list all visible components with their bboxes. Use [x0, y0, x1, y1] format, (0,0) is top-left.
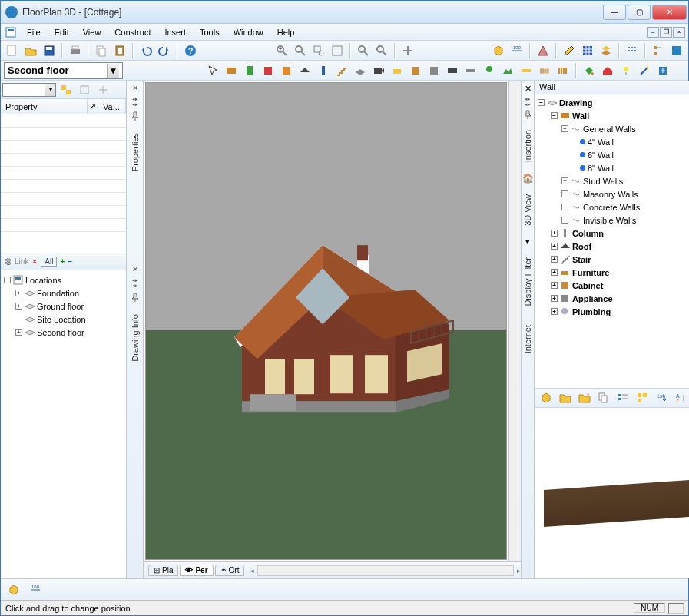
horizontal-scrollbar[interactable] [257, 565, 514, 576]
maximize-button[interactable]: ▢ [628, 5, 651, 20]
lib-icons-button[interactable] [634, 389, 651, 406]
mdi-close-button[interactable]: × [673, 27, 685, 38]
prop-tool-2-button[interactable] [76, 81, 93, 98]
close-tab-icon[interactable]: ✕ [525, 84, 532, 94]
mdi-restore-button[interactable]: ❐ [660, 27, 672, 38]
lib-folder-button[interactable] [557, 389, 574, 406]
paint-tool-button[interactable] [581, 62, 598, 79]
lib-stud-walls-node[interactable]: +Stud Walls [538, 174, 689, 187]
copy-button[interactable] [93, 42, 110, 59]
grid-button[interactable] [579, 42, 596, 59]
help-button[interactable]: ? [182, 42, 199, 59]
lib-furniture-node[interactable]: +Furniture [538, 266, 689, 279]
new-button[interactable] [4, 42, 21, 59]
collapse-icon[interactable]: − [4, 277, 11, 283]
location-foundation-node[interactable]: + Foundation [4, 286, 123, 300]
perspective-view-tab[interactable]: 👁Per [180, 565, 213, 576]
lib-wall-node[interactable]: − Wall [538, 109, 689, 122]
move-tab-icon[interactable]: ◂▸◂▸ [525, 97, 531, 107]
location-second-node[interactable]: + Second floor [4, 326, 123, 339]
pencil-button[interactable] [561, 42, 578, 59]
move-tab-icon[interactable]: ◂▸◂▸ [132, 278, 138, 288]
lib-cabinet-node[interactable]: +Cabinet [538, 279, 689, 292]
pin-icon[interactable] [131, 111, 140, 121]
lib-4-wall-node[interactable]: 4" Wall [538, 135, 689, 148]
lib-stair-node[interactable]: +Stair [538, 253, 689, 266]
opening-tool-button[interactable] [278, 62, 295, 79]
zoom-window-button[interactable] [310, 42, 327, 59]
locations-root-node[interactable]: − Locations [4, 273, 123, 286]
expand-icon[interactable]: + [15, 329, 22, 336]
pin-icon[interactable] [523, 110, 532, 119]
zoom-all-button[interactable] [373, 42, 390, 59]
remove-loc-button[interactable]: − [68, 257, 72, 266]
link-icon[interactable]: ⛓ [4, 257, 12, 266]
internet-tab[interactable]: Internet [522, 317, 534, 361]
fence2-tool-button[interactable] [555, 62, 571, 79]
menu-edit[interactable]: Edit [48, 26, 75, 38]
vertical-scrollbar[interactable] [508, 81, 521, 561]
3d-view-tab[interactable]: 3D View [522, 187, 534, 233]
furniture-tool-button[interactable] [389, 62, 406, 79]
roof-tool-button[interactable] [296, 62, 313, 79]
zoom-fit-button[interactable] [329, 42, 346, 59]
pin-icon[interactable] [131, 293, 140, 302]
save-button[interactable] [41, 42, 58, 59]
close-tab-icon[interactable]: ✕ [132, 265, 138, 273]
tree-view-button[interactable] [650, 42, 667, 59]
lib-appliance-node[interactable]: +Appliance [538, 292, 689, 305]
value-column-header[interactable]: Va... [98, 99, 126, 114]
property-grid[interactable] [1, 114, 126, 253]
lib-column-node[interactable]: +Column [538, 227, 689, 240]
location-ground-node[interactable]: + Ground floor [4, 300, 123, 313]
stair-tool-button[interactable] [333, 62, 350, 79]
terrain-tool-button[interactable] [499, 62, 516, 79]
add-loc-button[interactable]: + [60, 257, 65, 266]
menu-construct[interactable]: Construct [108, 26, 157, 38]
house-wizard-button[interactable] [599, 62, 616, 79]
cabinet-tool-button[interactable] [407, 62, 424, 79]
property-filter-combo[interactable]: ▾ [2, 83, 56, 97]
lib-masonry-walls-node[interactable]: +Masonry Walls [538, 187, 689, 200]
dim-button[interactable]: 100 [508, 42, 525, 59]
open-button[interactable] [22, 42, 39, 59]
undo-button[interactable] [137, 42, 154, 59]
light-tool-button[interactable] [618, 62, 634, 79]
lib-6-wall-node[interactable]: 6" Wall [538, 148, 689, 161]
close-button[interactable]: ✕ [652, 5, 687, 20]
lib-sort-az-button[interactable]: AZ [672, 389, 689, 406]
scroll-left-icon[interactable]: ◂ [250, 567, 254, 575]
wand-tool-button[interactable] [636, 62, 653, 79]
insertion-tab[interactable]: Insertion [522, 122, 534, 170]
minimize-button[interactable]: — [603, 5, 626, 20]
lib-cube-button[interactable] [538, 389, 555, 406]
snap-grid-button[interactable] [624, 42, 641, 59]
redo-button[interactable] [156, 42, 173, 59]
appliance-tool-button[interactable] [426, 62, 442, 79]
menu-insert[interactable]: Insert [158, 26, 192, 38]
pan-button[interactable] [399, 42, 416, 59]
3d-viewport[interactable] [145, 82, 507, 560]
prop-tool-3-button[interactable] [94, 81, 111, 98]
text-tool-button[interactable] [444, 62, 461, 79]
select-tool-button[interactable] [204, 62, 221, 79]
ortho-view-tab[interactable]: ⚭Ort [215, 565, 245, 576]
library-tree[interactable]: − Drawing − Wall − General Walls 4" [535, 94, 689, 388]
move-tab-icon[interactable]: ◂▸◂▸ [132, 97, 138, 107]
menu-window[interactable]: Window [227, 26, 270, 38]
close-tab-icon[interactable]: ✕ [132, 84, 138, 92]
lib-invisible-walls-node[interactable]: +Invisible Walls [538, 214, 689, 227]
property-column-header[interactable]: Property [1, 99, 88, 114]
catalog-button[interactable] [668, 42, 685, 59]
sort-icon[interactable]: ↗ [88, 99, 98, 114]
zoom-1-button[interactable] [355, 42, 372, 59]
column-tool-button[interactable] [315, 62, 332, 79]
plant-tool-button[interactable] [481, 62, 498, 79]
triangle-button[interactable] [535, 42, 552, 59]
all-button[interactable]: All [41, 257, 57, 267]
print-button[interactable] [67, 42, 84, 59]
lib-new-folder-button[interactable]: * [576, 389, 593, 406]
lib-8-wall-node[interactable]: 8" Wall [538, 161, 689, 174]
dim-tool-button[interactable] [462, 62, 479, 79]
lib-sort-button[interactable]: 1st [653, 389, 670, 406]
